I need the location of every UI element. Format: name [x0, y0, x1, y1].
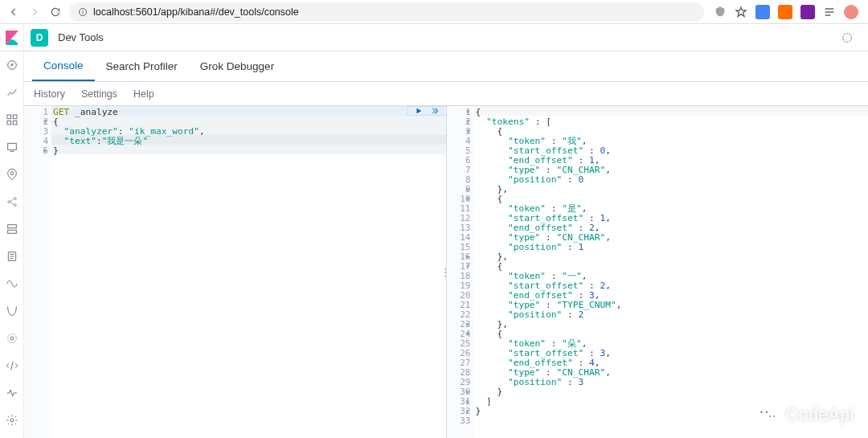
profile-avatar-icon[interactable] [844, 5, 858, 19]
nav-canvas-icon[interactable] [5, 140, 19, 154]
console-subtabs: History Settings Help [24, 82, 868, 106]
svg-point-14 [14, 204, 16, 207]
console-split: 12345 GET _analyze{ "analyzer": "ik_max_… [24, 106, 868, 438]
tab-grok-debugger[interactable]: Grok Debugger [189, 51, 285, 81]
nav-devtools-icon[interactable] [5, 358, 19, 373]
fold-marker[interactable]: ▾ [466, 117, 470, 125]
forward-button[interactable] [27, 5, 42, 19]
svg-rect-7 [7, 121, 11, 125]
svg-rect-17 [7, 225, 16, 228]
breadcrumb: Dev Tools [58, 31, 104, 43]
nav-discover-icon[interactable] [5, 58, 19, 72]
response-code: { "tokens" : [ { "token" : "我", "start_o… [474, 106, 869, 438]
pane-splitter-icon[interactable]: ⋮ [440, 267, 452, 278]
back-button[interactable] [6, 5, 21, 19]
main: Console Search Profiler Grok Debugger Hi… [24, 51, 868, 438]
svg-rect-6 [13, 115, 17, 119]
subtab-help[interactable]: Help [133, 88, 154, 100]
nav-siem-icon[interactable] [5, 331, 19, 346]
reading-list-icon[interactable] [823, 6, 836, 18]
kibana-logo-icon [6, 31, 18, 45]
request-code[interactable]: GET _analyze{ "analyzer": "ik_max_word",… [51, 106, 446, 438]
tab-console[interactable]: Console [32, 51, 95, 81]
svg-rect-8 [13, 121, 17, 125]
svg-line-16 [10, 202, 14, 205]
nav-dashboard-icon[interactable] [5, 113, 19, 127]
tool-tabs: Console Search Profiler Grok Debugger [24, 51, 868, 82]
nav-apm-icon[interactable] [5, 276, 19, 291]
svg-point-26 [769, 415, 771, 417]
side-nav [0, 51, 24, 438]
nav-maps-icon[interactable] [5, 167, 19, 182]
space-badge[interactable]: D [31, 29, 48, 47]
fold-marker[interactable]: ▸ [466, 320, 470, 328]
fold-marker[interactable]: ▸ [466, 407, 470, 415]
svg-rect-18 [7, 230, 16, 233]
svg-point-25 [766, 411, 768, 413]
fold-marker[interactable]: ▾ [466, 262, 470, 270]
svg-point-11 [10, 172, 14, 175]
wechat-icon [755, 403, 780, 427]
extension-1-icon[interactable] [755, 5, 770, 19]
fold-marker[interactable]: ▸ [466, 387, 470, 395]
url-text: localhost:5601/app/kibana#/dev_tools/con… [93, 6, 299, 18]
subtab-history[interactable]: History [34, 88, 65, 100]
fold-marker[interactable]: ▸ [43, 146, 47, 154]
svg-point-2 [83, 10, 84, 10]
tab-search-profiler[interactable]: Search Profiler [95, 51, 189, 81]
fold-marker[interactable]: ▾ [466, 194, 470, 203]
reload-button[interactable] [48, 5, 63, 19]
info-icon [77, 6, 88, 18]
subtab-settings[interactable]: Settings [81, 88, 117, 100]
request-pane[interactable]: 12345 GET _analyze{ "analyzer": "ik_max_… [24, 106, 447, 438]
nav-management-icon[interactable] [5, 413, 19, 428]
watermark: CodeApi [755, 403, 854, 427]
watermark-text: CodeApi [786, 404, 854, 425]
svg-point-3 [843, 33, 852, 42]
nav-infra-icon[interactable] [5, 222, 19, 236]
nav-ml-icon[interactable] [5, 194, 19, 209]
fold-marker[interactable]: ▸ [466, 185, 470, 193]
svg-point-24 [760, 411, 763, 413]
star-icon[interactable] [735, 6, 747, 18]
svg-rect-5 [7, 115, 11, 119]
svg-point-12 [7, 201, 10, 203]
svg-point-13 [14, 198, 16, 200]
nav-logs-icon[interactable] [5, 249, 19, 264]
svg-point-19 [10, 337, 14, 340]
svg-rect-9 [7, 143, 16, 149]
translate-icon[interactable] [714, 6, 727, 18]
extension-2-icon[interactable] [778, 5, 792, 19]
nav-uptime-icon[interactable] [5, 304, 19, 318]
svg-point-27 [773, 415, 775, 417]
fold-marker[interactable]: ▾ [43, 117, 47, 125]
fold-marker[interactable]: ▾ [466, 330, 470, 338]
header-action-icon[interactable] [841, 31, 862, 44]
kibana-header: D Dev Tools [0, 24, 868, 51]
browser-bar: localhost:5601/app/kibana#/dev_tools/con… [0, 0, 868, 24]
extension-icons [710, 5, 862, 19]
fold-marker[interactable]: ▸ [466, 397, 470, 405]
nav-visualize-icon[interactable] [5, 85, 19, 100]
nav-monitoring-icon[interactable] [5, 386, 19, 400]
extension-3-icon[interactable] [800, 5, 815, 19]
fold-marker[interactable]: ▸ [466, 252, 470, 260]
fold-marker[interactable]: ▾ [466, 127, 470, 135]
url-bar[interactable]: localhost:5601/app/kibana#/dev_tools/con… [69, 2, 704, 22]
svg-line-15 [10, 199, 14, 202]
request-gutter: 12345 [24, 106, 51, 438]
response-pane[interactable]: 1234567891011121314151617181920212223242… [447, 106, 869, 438]
kibana-logo-cell[interactable] [0, 24, 24, 51]
svg-point-21 [10, 419, 14, 422]
fold-marker[interactable]: ▾ [466, 108, 470, 116]
svg-point-23 [765, 412, 779, 423]
svg-point-20 [7, 334, 16, 343]
